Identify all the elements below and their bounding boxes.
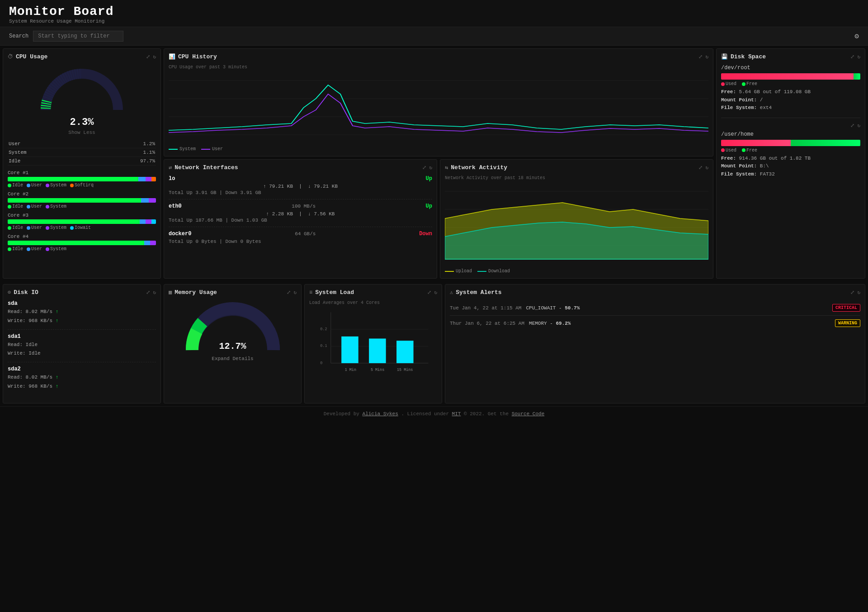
disk-root-used-legend: Used xyxy=(721,81,736,86)
core-3-iowait-legend: Iowait xyxy=(70,225,91,230)
core-4-user-legend: User xyxy=(27,247,42,251)
memory-expand-icon[interactable]: ⤢ xyxy=(287,289,291,295)
cpu-history-legend: System User xyxy=(169,147,708,152)
footer-source-link[interactable]: Source Code xyxy=(512,411,545,417)
svg-text:5 Mins: 5 Mins xyxy=(371,368,384,372)
core-3-user-dot xyxy=(27,226,30,230)
network-activity-chart xyxy=(445,182,708,266)
core-1-label: Core #1 xyxy=(8,170,156,176)
disk-io-title: Disk IO xyxy=(14,289,38,296)
disk-io-expand-icon[interactable]: ⤢ xyxy=(146,289,150,295)
cpu-stat-idle: Idle 97.7% xyxy=(8,157,156,166)
cpu-history-title: CPU History xyxy=(178,53,217,60)
net-iface-eth0-status: Up xyxy=(426,203,432,209)
system-load-svg: 0.2 0.1 0 1 Min 5 Mins 15 Mins xyxy=(309,308,437,376)
cpu-stat-system-value: 1.1% xyxy=(88,148,156,157)
cpu-history-expand-icon[interactable]: ⤢ xyxy=(698,54,703,60)
memory-refresh-icon[interactable]: ↻ xyxy=(293,289,297,295)
core-1-idle-dot xyxy=(8,184,11,187)
cpu-refresh-icon[interactable]: ↻ xyxy=(153,54,156,60)
filter-icon[interactable]: ⚙ xyxy=(854,32,859,41)
cpu-gauge-value: 2.3% xyxy=(8,117,156,128)
disk-root-free-legend: Free xyxy=(742,81,757,86)
disk-space-title: Disk Space xyxy=(731,53,766,60)
net-ifaces-expand-icon[interactable]: ⤢ xyxy=(422,165,426,171)
core-4-label: Core #4 xyxy=(8,234,156,239)
system-load-header: ≡ System Load ⤢ ↻ xyxy=(309,289,437,296)
core-3-bar xyxy=(8,219,156,224)
core-3-section: Core #3 Idle User System Iowait xyxy=(8,213,156,230)
net-activity-expand-icon[interactable]: ⤢ xyxy=(698,165,703,171)
cpu-expand-icon[interactable]: ⤢ xyxy=(146,54,150,60)
net-iface-docker0-status: Down xyxy=(419,231,432,237)
disk-home-icons-row: ⤢ ↻ xyxy=(721,123,860,128)
disk-space-panel: 💾 Disk Space ⤢ ↻ /dev/root Used Free Fre… xyxy=(716,48,865,279)
core-4-system-bar xyxy=(150,241,156,245)
alert-2-desc: MEMORY - 69.2% xyxy=(529,321,830,326)
cpu-stat-idle-value: 97.7% xyxy=(88,157,156,166)
disk-home-free-bar xyxy=(791,140,860,146)
cpu-history-svg xyxy=(169,71,708,144)
system-load-refresh-icon[interactable]: ↻ xyxy=(434,289,437,295)
system-alerts-expand-icon[interactable]: ⤢ xyxy=(850,289,854,295)
core-1-softirq-legend: Softirq xyxy=(70,183,94,188)
show-less-btn[interactable]: Show Less xyxy=(8,130,156,135)
core-2-system-dot xyxy=(46,205,49,209)
system-load-expand-icon[interactable]: ⤢ xyxy=(427,289,431,295)
net-iface-lo-traffic: ↑ 79.21 KB | ↓ 79.21 KB xyxy=(169,184,432,189)
cpu-gauge-svg xyxy=(37,65,127,114)
core-1-user-legend: User xyxy=(27,183,42,188)
disk-root-free-bar xyxy=(854,73,860,80)
disk-io-sda: sda Read: 8.02 MB/s ↑ Write: 968 KB/s ↑ xyxy=(8,300,156,330)
network-activity-svg xyxy=(445,182,708,266)
svg-text:15 Mins: 15 Mins xyxy=(397,368,413,372)
legend-download-label: Download xyxy=(488,269,510,274)
memory-gauge-container: 12.7% xyxy=(169,300,297,351)
core-4-section: Core #4 Idle User System xyxy=(8,234,156,251)
svg-rect-17 xyxy=(341,337,359,363)
core-3-iowait-bar xyxy=(151,219,156,224)
bottom-grid: ⊙ Disk IO ⤢ ↻ sda Read: 8.02 MB/s ↑ Writ… xyxy=(0,284,868,406)
system-load-title: System Load xyxy=(315,289,354,296)
net-ifaces-refresh-icon[interactable]: ↻ xyxy=(429,165,432,171)
cpu-stat-idle-label: Idle xyxy=(8,157,88,166)
disk-home-expand-icon[interactable]: ⤢ xyxy=(850,123,854,128)
disk-io-refresh-icon[interactable]: ↻ xyxy=(153,289,156,295)
core-2-idle-bar xyxy=(8,198,141,203)
search-input[interactable] xyxy=(33,31,123,42)
network-interfaces-title: Network Interfaces xyxy=(175,164,238,171)
cpu-history-refresh-icon[interactable]: ↻ xyxy=(705,54,708,60)
disk-home-used-legend: Used xyxy=(721,148,736,153)
core-3-iowait-dot xyxy=(70,226,74,230)
disk-space-refresh-icon[interactable]: ↻ xyxy=(857,54,860,60)
disk-item-home: /user/home Used Free Free: 914.36 GB out… xyxy=(721,131,860,179)
disk-space-expand-icon[interactable]: ⤢ xyxy=(850,54,854,60)
system-load-panel-icons: ⤢ ↻ xyxy=(427,289,437,295)
system-load-subtitle: Load Averages over 4 Cores xyxy=(309,300,437,305)
svg-text:0.1: 0.1 xyxy=(320,344,327,348)
cpu-stat-system: System 1.1% xyxy=(8,148,156,157)
disk-home-refresh-icon[interactable]: ↻ xyxy=(857,123,860,128)
network-interfaces-panel-icons: ⤢ ↻ xyxy=(422,165,432,171)
net-iface-eth0-traffic: ↑ 2.28 KB | ↓ 7.56 KB xyxy=(169,211,432,217)
core-1-softirq-bar xyxy=(151,177,156,181)
network-activity-panel: ⇆ Network Activity ⤢ ↻ Network Activity … xyxy=(440,159,713,279)
core-1-legend: Idle User System Softirq xyxy=(8,183,156,188)
cpu-history-panel-icons: ⤢ ↻ xyxy=(698,54,708,60)
footer-license-link[interactable]: MIT xyxy=(452,411,461,417)
net-activity-refresh-icon[interactable]: ↻ xyxy=(705,165,708,171)
cpu-history-subtitle: CPU Usage over past 3 minutes xyxy=(169,65,708,70)
core-1-system-legend: System xyxy=(46,183,66,188)
disk-io-sda2-write: Write: 968 KB/s ↑ xyxy=(8,382,156,391)
core-2-bar xyxy=(8,198,156,203)
system-alerts-panel: ⚠ System Alerts ⤢ ↻ Tue Jan 4, 22 at 1:1… xyxy=(445,284,865,403)
alert-item-1: Tue Jan 4, 22 at 1:15 AM CPU_IOWAIT - 50… xyxy=(450,300,860,316)
system-alerts-refresh-icon[interactable]: ↻ xyxy=(857,289,860,295)
memory-usage-title: Memory Usage xyxy=(175,289,217,296)
net-iface-eth0: eth0 100 MB/s Up ↑ 2.28 KB | ↓ 7.56 KB T… xyxy=(169,203,432,227)
footer-author-link[interactable]: Alicia Sykes xyxy=(363,411,398,417)
svg-text:0: 0 xyxy=(320,361,322,365)
legend-system: System xyxy=(169,147,196,152)
disk-io-sda1-name: sda1 xyxy=(8,333,156,340)
memory-usage-icon: ▦ xyxy=(169,289,172,296)
